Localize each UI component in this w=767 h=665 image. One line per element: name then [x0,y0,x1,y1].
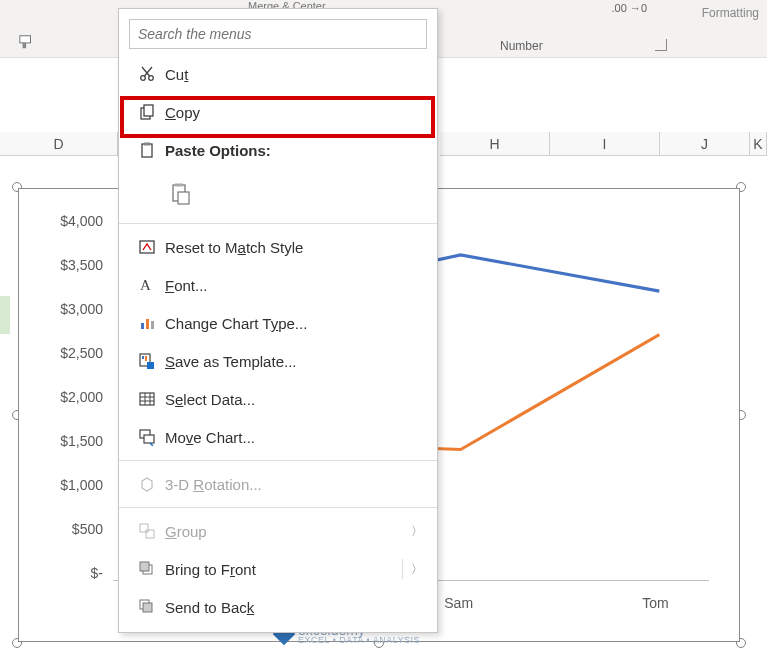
y-tick-label: $1,000 [43,477,103,493]
select-data-icon [129,390,165,408]
menu-search-input[interactable] [138,26,418,42]
menu-item-3d-rotation: 3-D Rotation... [119,465,437,503]
scissors-icon [129,65,165,83]
svg-rect-7 [144,105,153,116]
y-tick-label: $500 [43,521,103,537]
menu-item-group: Group 〉 [119,512,437,550]
menu-separator [119,460,437,461]
menu-item-send-to-back[interactable]: Send to Back [119,588,437,626]
y-tick-label: $2,000 [43,389,103,405]
watermark-subtext: EXCEL • DATA • ANALYSIS [298,635,420,645]
chart-type-icon [129,314,165,332]
svg-rect-17 [151,321,154,329]
svg-rect-11 [175,184,183,187]
svg-text:A: A [140,277,151,293]
paste-options-gallery [119,169,437,219]
svg-rect-9 [144,143,150,146]
svg-rect-21 [147,362,154,369]
svg-point-2 [141,76,146,81]
chart-context-menu: Cut Copy Paste Options: Reset to Match S… [118,8,438,633]
menu-search-box[interactable] [129,19,427,49]
menu-label: Save as Template... [165,353,423,370]
number-dialog-launcher-icon[interactable] [655,39,667,51]
x-tick-label: Tom [642,595,668,611]
menu-separator [119,223,437,224]
menu-label: Paste Options: [165,142,423,159]
svg-rect-28 [144,435,154,443]
column-header-j[interactable]: J [660,132,750,156]
conditional-formatting-fragment[interactable]: Formatting [702,6,759,20]
menu-item-copy[interactable]: Copy [119,93,437,131]
row-header[interactable] [0,334,10,372]
menu-item-bring-to-front[interactable]: Bring to Front 〉 [119,550,437,588]
row-header[interactable] [0,258,10,296]
copy-icon [129,103,165,121]
svg-rect-16 [146,319,149,329]
submenu-arrow-icon[interactable]: 〉 [411,561,423,578]
y-tick-label: $2,500 [43,345,103,361]
decimal-buttons-fragment[interactable]: .00 →0 [612,2,647,14]
bring-front-icon [129,560,165,578]
paste-option-button[interactable] [165,177,197,211]
svg-rect-0 [20,36,31,43]
svg-rect-19 [142,356,144,359]
menu-item-paste-options: Paste Options: [119,131,437,169]
font-icon: A [129,276,165,294]
y-tick-label: $4,000 [43,213,103,229]
menu-label: 3-D Rotation... [165,476,423,493]
column-header-i[interactable]: I [550,132,660,156]
row-headers-partial [0,258,10,410]
menu-label: Send to Back [165,599,423,616]
y-tick-label: $1,500 [43,433,103,449]
menu-label: Cut [165,66,423,83]
svg-marker-29 [142,478,152,491]
submenu-arrow-icon: 〉 [411,523,423,540]
clipboard-icon [129,141,165,159]
menu-label: Select Data... [165,391,423,408]
save-template-icon [129,352,165,370]
svg-rect-15 [141,323,144,329]
y-axis: $4,000 $3,500 $3,000 $2,500 $2,000 $1,50… [43,229,103,581]
svg-rect-12 [178,192,189,204]
menu-separator [119,507,437,508]
svg-rect-33 [140,562,149,571]
menu-item-reset-match-style[interactable]: Reset to Match Style [119,228,437,266]
svg-rect-35 [143,603,152,612]
menu-label: Reset to Match Style [165,239,423,256]
menu-label: Group [165,523,411,540]
menu-item-move-chart[interactable]: Move Chart... [119,418,437,456]
reset-style-icon [129,238,165,256]
menu-label: Copy [165,104,423,121]
y-tick-label: $3,000 [43,301,103,317]
ribbon-group-label-number: Number [500,39,543,53]
menu-item-font[interactable]: A Font... [119,266,437,304]
menu-item-cut[interactable]: Cut [119,55,437,93]
column-header-k[interactable]: K [750,132,767,156]
menu-item-change-chart-type[interactable]: Change Chart Type... [119,304,437,342]
y-tick-label: $- [43,565,103,581]
send-back-icon [129,598,165,616]
group-icon [129,522,165,540]
move-chart-icon [129,428,165,446]
menu-label: Change Chart Type... [165,315,423,332]
cube-icon [129,475,165,493]
svg-rect-8 [142,144,152,157]
svg-rect-30 [140,524,148,532]
row-header[interactable] [0,372,10,410]
column-header-h[interactable]: H [440,132,550,156]
svg-rect-22 [140,393,154,405]
format-painter-icon[interactable] [18,34,36,50]
row-header[interactable] [0,296,10,334]
svg-rect-1 [23,43,27,48]
svg-rect-13 [140,241,154,253]
svg-point-3 [149,76,154,81]
menu-item-select-data[interactable]: Select Data... [119,380,437,418]
menu-label: Font... [165,277,423,294]
svg-rect-31 [146,530,154,538]
x-tick-label: Sam [444,595,473,611]
split-divider [402,559,403,579]
svg-rect-20 [145,356,147,361]
menu-item-save-as-template[interactable]: Save as Template... [119,342,437,380]
menu-label: Move Chart... [165,429,423,446]
column-header-d[interactable]: D [0,132,118,156]
